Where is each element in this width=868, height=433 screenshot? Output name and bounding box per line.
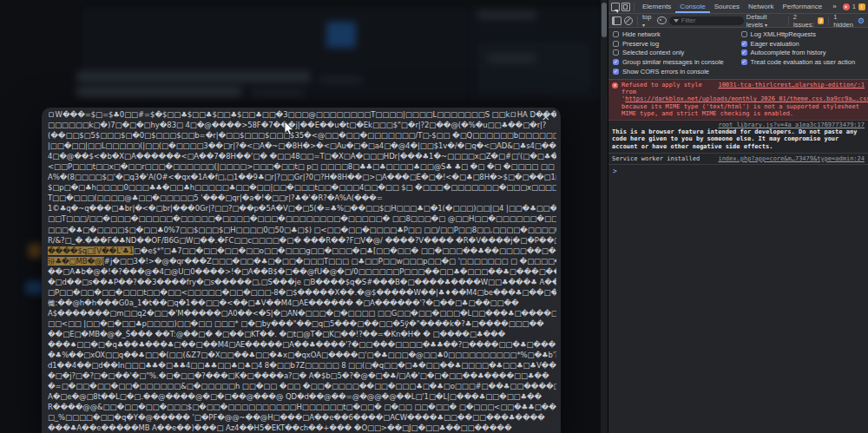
console-self-xss-warning: root_library.js?v=4a_a1ea3c1769773479:17… — [608, 121, 868, 151]
error-count: 1 — [852, 3, 856, 10]
mouse-cursor — [284, 121, 294, 135]
live-expression-icon[interactable] — [657, 16, 667, 24]
text-selection-highlight: ����$q□[V��L'♣1 — [48, 246, 134, 255]
tab-console[interactable]: Console — [675, 0, 709, 13]
garbled-content-modal: × ロW���=$□=$♣0□□#=$�$□□♣$□□♣$□□♣$□□♣□□�3… — [42, 108, 561, 433]
garbled-text-line: ����$q□[V��L'♣1□�e$*"□♣7□□�□□�□□�□□o□□�□… — [48, 246, 556, 256]
warning-source-link[interactable]: root_library.js?v=4a_a1ea3c1769773479:17 — [612, 121, 865, 128]
checkbox-icon[interactable] — [613, 49, 619, 56]
checkbox-icon[interactable]: ✓ — [741, 49, 747, 56]
garbled-text-line: |□□�□□|□□L□□□□□(|□□(□�□□□□3��□r|?�<□A�~□… — [48, 141, 556, 151]
garbled-text-line: T□□�□□□(□□□□@♣□□�□□□□□5 '���□qr|�a�!�□□r… — [48, 193, 556, 203]
garbled-text-line: A$�������□m□□q2�□□�'M�����□A0��<�S|�□AN�… — [48, 308, 556, 318]
checkbox-icon[interactable]: ✓ — [741, 59, 747, 65]
log-levels-dropdown[interactable]: Default levels ▾ — [746, 13, 784, 29]
tab-network[interactable]: Network — [744, 0, 778, 13]
checkbox-group-similar-messages-in-console[interactable]: ✓Group similar messages in console — [610, 57, 739, 67]
filter-box[interactable] — [669, 16, 744, 25]
error-source-link[interactable]: 10031-tca-thirlcrest…olarship-edition/:1 — [718, 82, 865, 89]
garbled-text-line: R/&?□_�.���F�♣ND��OF/B6G□W□��.�FC□□c□□□□… — [48, 235, 556, 246]
checkbox-log-xmlhttprequests[interactable]: Log XMLHttpRequests — [739, 30, 867, 39]
garbled-text-line: ロW���=$□=$♣0□□#=$�$□□♣$□□♣$□□♣$□□♣□□�3□□… — [48, 109, 556, 120]
text-selection-highlight: 玢♣�□MB�@J — [48, 257, 104, 266]
checkbox-icon[interactable] — [613, 41, 619, 47]
garbled-text-line: <□□P□□□t□□x□�□□r□□□�□□□□□□(|□□□□>□□□�□□t… — [48, 161, 556, 172]
error-badge-icon[interactable]: ✕ — [843, 3, 850, 10]
console-settings-icon-active[interactable]: ⚙ — [858, 16, 865, 25]
page-scrollbar-track[interactable] — [601, 0, 608, 433]
error-url-link[interactable]: https://darkblox.net/uploads/monthly_202… — [625, 95, 868, 102]
checkbox-icon[interactable] — [613, 31, 619, 37]
more-tabs-button[interactable]: » — [828, 0, 840, 13]
garbled-text-line: (��□□$□5$□□□$□�0□$□□□$□□b=�r|�□□$□□□$□□□… — [48, 130, 556, 141]
checkbox-icon[interactable] — [741, 31, 747, 37]
checkbox-label: Autocomplete from history — [751, 49, 826, 56]
error-circle-icon: ✕ — [612, 82, 618, 89]
garbled-text-line: 4□�@��$<�b�X□A������<□A��7�8H��'□� �□□48… — [48, 151, 556, 161]
checkbox-preserve-log[interactable]: Preserve log — [610, 39, 739, 49]
settings-column-left: Hide networkPreserve logSelected context… — [610, 30, 739, 76]
checkbox-label: Group similar messages in console — [622, 58, 724, 66]
checkbox-icon[interactable]: ✓ — [613, 59, 619, 65]
settings-column-right: Log XMLHttpRequests✓Eager evaluation✓Aut… — [739, 30, 867, 76]
garbled-text-line: �=□�□□�□□�□□�□□□□□□&□�□□□□□h □□�□□ �□□ �… — [48, 381, 556, 391]
checkbox-label: Selected context only — [622, 49, 684, 56]
console-prompt[interactable]: > — [608, 165, 868, 178]
warning-text: This is a browser feature intended for d… — [612, 128, 857, 149]
checkbox-label: Preserve log — [622, 40, 659, 48]
garbled-text-line: □P□□�□□�□□�□□□t□□�□□<□□□□□�□□�□□□-8�□$��… — [48, 287, 556, 298]
garbled-text-line: A�□e�@□8t��L□�□.��@����@�□�□��@���@ QD�d… — [48, 391, 556, 402]
context-selector[interactable]: top ▾ — [642, 13, 654, 29]
garbled-text-line: ��□A♣b�@�!�?���@�4□@U□0����>!�□A��B$�□��… — [48, 266, 556, 277]
garbled-text-line: �□�j?□�?□�□��'�□"%.�□�□□�?���□K�□����a?□… — [48, 371, 556, 381]
filter-input[interactable] — [681, 16, 725, 24]
garbled-text-line: �□d��□s��♣P��?��3����fry�□s�����□,□S���j… — [48, 277, 556, 287]
garbled-text-line: ��□E□�MB�@�_Š��� ��T:@��□� �□��□KT��. �□… — [48, 329, 556, 339]
issues-label[interactable]: 2 Issues: — [793, 13, 816, 29]
garbled-text-line: □□<□□ |□□�□�□□♣p□□□□)□□�□□ □□□* □�□by���… — [48, 318, 556, 329]
garbled-text-line: �♣%��□xOX□□q��♣□□�(□□(&Z7□�X□□��♣□□�♣x□�… — [48, 350, 556, 360]
checkbox-treat-code-evaluation-as-user-action[interactable]: ✓Treat code evaluation as user action — [739, 57, 867, 67]
page-scrollbar-thumb[interactable] — [602, 3, 607, 37]
checkbox-eager-evaluation[interactable]: ✓Eager evaluation — [739, 39, 867, 49]
divider — [828, 16, 829, 25]
filter-icon — [674, 19, 679, 23]
garbled-text-line: 玢♣�□MB�@J#j�□□3�!>�@�qr���Z□□□�□□�♣□�□□�… — [48, 256, 556, 266]
garbled-text-line: A%�(8□□□□$□'�□q3�'A(O#<�qx�1A�f□,□1��9♣□… — [48, 172, 556, 182]
devtools-panel: ElementsConsoleSourcesNetworkPerformance… — [608, 0, 868, 433]
log-source-link[interactable]: index.php?app=core&m…73479&type=admin:24 — [718, 155, 865, 162]
tab-sources[interactable]: Sources — [710, 0, 744, 13]
checkbox-show-cors-errors-in-console[interactable]: ✓Show CORS errors in console — [610, 67, 739, 76]
checkbox-icon[interactable]: ✓ — [741, 41, 747, 47]
garbled-text-line: □_%□□□□�□□�q�Y�@����� '□�PF�@@~��@H□���□… — [48, 412, 556, 423]
tab-performance[interactable]: Performance — [778, 0, 826, 13]
log-text: Service worker installed — [612, 155, 700, 162]
clear-console-icon[interactable] — [624, 16, 633, 25]
checkbox-label: Hide network — [622, 30, 661, 38]
garbled-text-line: 㰚:��@h�h���G0a_1�t��□q�1��□□�<��□♣V��M4□… — [48, 298, 556, 308]
checkbox-autocomplete-from-history[interactable]: ✓Autocomplete from history — [739, 49, 867, 58]
tab-elements[interactable]: Elements — [638, 0, 675, 13]
console-toolbar: top ▾ Default levels ▾ 2 Issues: 2 1 hid… — [608, 14, 868, 28]
warning-badge-icon[interactable]: ! — [858, 3, 865, 10]
checkbox-label: Log XMLHttpRequests — [751, 30, 816, 38]
divider — [637, 16, 638, 25]
garbled-text-line: ���♠□□�□�q♣��♣���♣□��□��M4□AE�����□A��♣�… — [48, 339, 556, 350]
checkbox-label: Show CORS errors in console — [622, 68, 709, 75]
console-sidebar-icon[interactable] — [612, 16, 621, 25]
garbled-text-line: □□T□□□/□□�□□□�□□□□□�□□□□□�□□□□�□□□�□□□□□… — [48, 213, 556, 224]
inspect-element-icon[interactable] — [611, 3, 620, 11]
garbled-text-line: d1��4��□d��In□□□♣♣�□♣♣4□□♣♣□□♣□♣□4 8�□□b… — [48, 360, 556, 371]
modal-text: ロW���=$□=$♣0□□#=$�$□□♣$□□♣$□□♣$□□♣□□�3□□… — [48, 109, 556, 433]
device-toolbar-icon[interactable] — [621, 3, 630, 11]
checkbox-icon[interactable]: ✓ — [613, 69, 619, 75]
checkbox-hide-network[interactable]: Hide network — [610, 30, 739, 39]
issues-badge[interactable]: 2 — [818, 17, 824, 24]
hidden-messages-label: 1 hidden — [833, 13, 855, 29]
garbled-text-line: ���♣A��e�����MB A��e��)���□ Az4��H5�EKT�… — [48, 423, 556, 433]
tabbar-right: ✕ 1 ! 2 ⚙ ⋮ × — [843, 2, 868, 12]
garbled-text-line: □□□□□□k□�)7□�□�□hy�83□ 4□�@����>58F�7���… — [48, 120, 556, 130]
garbled-text-line: $□p□�□♣h□□□□0□□□♣♣�□□♣h□□□□□♣□□�□□|□□�□□… — [48, 182, 556, 193]
checkbox-selected-context-only[interactable]: Selected context only — [610, 49, 739, 58]
garbled-text-line: R����@@&□□�□□�□□�□□□$□�□□�□□□□□□□□□□H□□□… — [48, 402, 556, 412]
